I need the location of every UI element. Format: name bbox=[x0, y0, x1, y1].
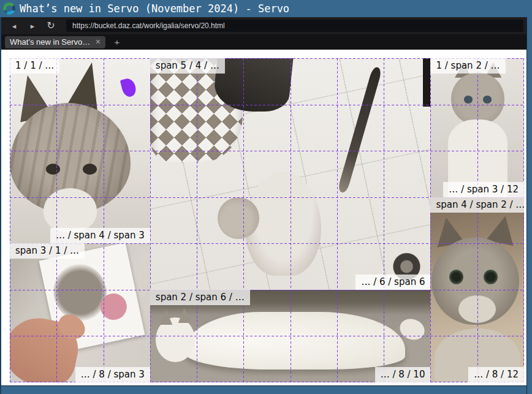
cat-eye-shape bbox=[464, 96, 473, 103]
forward-button[interactable]: ▸ bbox=[25, 19, 40, 32]
printed-cat-shape bbox=[48, 259, 112, 325]
cat-eye-shape bbox=[484, 270, 498, 284]
grid-item-cat-lying: span 2 / span 6 / … … / 8 / 10 bbox=[150, 290, 431, 382]
cat-head-shape bbox=[451, 72, 504, 125]
grid-start-label: 1 / span 2 / … bbox=[430, 58, 505, 74]
grid-item-cat-standing: span 5 / 4 / … … / 6 / span 6 bbox=[150, 58, 431, 290]
cat-muzzle-shape bbox=[458, 295, 496, 323]
tab-bar: What’s new in Servo… ✕ + bbox=[1, 34, 527, 50]
back-button[interactable]: ◂ bbox=[6, 19, 22, 32]
grid-end-label: … / 8 / 12 bbox=[468, 367, 524, 382]
grid-end-label: … / 8 / span 3 bbox=[75, 367, 150, 382]
grid-end-label: … / span 4 / span 3 bbox=[50, 228, 150, 243]
window-frame-left bbox=[0, 17, 1, 394]
page-content: 1 / 1 / … … / span 4 / span 3 span 5 / 4… bbox=[1, 50, 527, 386]
grid-item-kitten-closeup: 1 / 1 / … … / span 4 / span 3 bbox=[10, 58, 150, 243]
grid-start-label: span 2 / span 6 / … bbox=[150, 290, 250, 305]
window-frame-bottom bbox=[0, 385, 532, 394]
cat-muzzle-shape bbox=[44, 188, 97, 233]
dark-edge-shape bbox=[423, 58, 431, 107]
photo-hand-holding-print bbox=[10, 243, 150, 382]
tab-whats-new-in-servo[interactable]: What’s new in Servo… ✕ bbox=[5, 36, 105, 48]
cat-tail-shape bbox=[337, 66, 382, 194]
cat-eye-shape bbox=[483, 96, 492, 103]
cat-photo-standing-tail-up bbox=[150, 58, 431, 290]
grid-start-label: 1 / 1 / … bbox=[10, 58, 59, 74]
cat-head-shape bbox=[218, 197, 260, 239]
window-frame-right bbox=[526, 17, 532, 394]
reload-icon: ↻ bbox=[47, 21, 55, 31]
servo-logo-icon bbox=[3, 2, 15, 15]
window-titlebar[interactable]: What’s new in Servo (November 2024) - Se… bbox=[0, 0, 532, 17]
grid-item-hand-photo: span 3 / 1 / … … / 8 / span 3 bbox=[10, 243, 150, 382]
grid-end-label: … / 8 / 10 bbox=[375, 367, 431, 382]
back-icon: ◂ bbox=[12, 22, 17, 30]
window-title: What’s new in Servo (November 2024) - Se… bbox=[20, 0, 289, 17]
servo-browser-window: What’s new in Servo (November 2024) - Se… bbox=[0, 0, 532, 394]
tab-label: What’s new in Servo… bbox=[10, 36, 90, 48]
css-grid-demo: 1 / 1 / … … / span 4 / span 3 span 5 / 4… bbox=[10, 58, 524, 382]
grid-start-label: span 5 / 4 / … bbox=[150, 58, 225, 74]
grid-start-label: span 3 / 1 / … bbox=[10, 243, 85, 259]
cat-eye-shape bbox=[449, 270, 463, 284]
cat-body-shape bbox=[184, 312, 406, 369]
purple-blob-shape bbox=[120, 77, 137, 99]
cat-photo-sitting bbox=[430, 58, 524, 197]
new-tab-button[interactable]: + bbox=[114, 37, 120, 47]
grid-start-label: span 4 / span 2 / … bbox=[430, 197, 524, 213]
forward-icon: ▸ bbox=[31, 22, 35, 30]
grid-item-cat-face: span 4 / span 2 / … … / 8 / 12 bbox=[430, 197, 524, 382]
cat-photo-face-closeup bbox=[430, 197, 524, 382]
cat-photo-kitten-closeup bbox=[10, 58, 150, 243]
url-input[interactable] bbox=[66, 20, 523, 32]
grid-item-cat-sitting: 1 / span 2 / … … / span 3 / 12 bbox=[430, 58, 524, 197]
tab-close-icon[interactable]: ✕ bbox=[95, 39, 101, 45]
reload-button[interactable]: ↻ bbox=[43, 19, 59, 32]
browser-toolbar: ◂ ▸ ↻ bbox=[1, 17, 527, 34]
grid-end-label: … / span 3 / 12 bbox=[443, 182, 524, 197]
cat-ear-shape bbox=[178, 308, 191, 323]
grid-end-label: … / 6 / span 6 bbox=[355, 275, 430, 290]
